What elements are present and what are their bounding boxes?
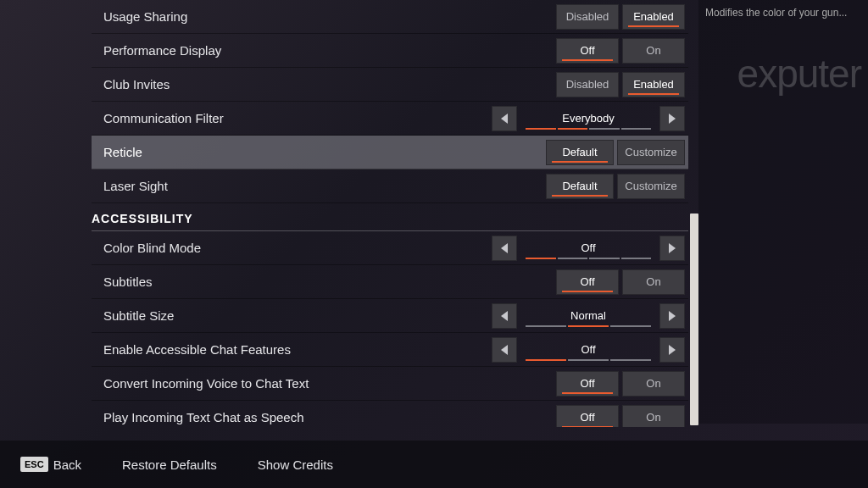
chevron-right-icon[interactable] bbox=[659, 303, 685, 329]
help-text: Modifies the color of your gun... bbox=[705, 7, 847, 19]
back-button[interactable]: ESC Back bbox=[20, 457, 81, 472]
option-enabled[interactable]: Enabled bbox=[622, 72, 685, 97]
option-group: OffOn bbox=[553, 38, 685, 64]
option-group: DisabledEnabled bbox=[553, 72, 685, 97]
setting-label: Communication Filter bbox=[103, 111, 488, 125]
option-off[interactable]: Off bbox=[556, 405, 619, 428]
setting-row-a-5[interactable]: Laser Sight DefaultCustomize bbox=[92, 169, 688, 203]
option-customize[interactable]: Customize bbox=[617, 174, 685, 199]
setting-row-b-0[interactable]: Color Blind Mode Off bbox=[92, 231, 688, 265]
option-customize[interactable]: Customize bbox=[617, 140, 685, 165]
chevron-left-icon[interactable] bbox=[492, 303, 517, 329]
setting-row-a-1[interactable]: Performance Display OffOn bbox=[92, 34, 688, 68]
svg-marker-5 bbox=[669, 311, 676, 321]
setting-row-a-4[interactable]: Reticle DefaultCustomize bbox=[92, 136, 688, 169]
svg-marker-4 bbox=[501, 311, 508, 321]
show-credits-button[interactable]: Show Credits bbox=[258, 458, 333, 472]
option-default[interactable]: Default bbox=[546, 174, 614, 199]
esc-key-icon: ESC bbox=[20, 457, 48, 472]
selector-group: Off bbox=[488, 337, 685, 363]
setting-row-a-3[interactable]: Communication Filter Everybody bbox=[92, 102, 688, 136]
setting-label: Club Invites bbox=[103, 77, 553, 92]
selector-value[interactable]: Normal bbox=[520, 303, 656, 329]
svg-marker-2 bbox=[501, 243, 508, 253]
option-group: DisabledEnabled bbox=[553, 4, 685, 30]
svg-marker-6 bbox=[501, 345, 508, 355]
option-group: OffOn bbox=[553, 269, 685, 295]
svg-marker-1 bbox=[669, 114, 676, 124]
option-off[interactable]: Off bbox=[556, 371, 619, 396]
chevron-right-icon[interactable] bbox=[659, 236, 685, 261]
setting-label: Subtitle Size bbox=[103, 308, 488, 323]
settings-panel: Usage Sharing DisabledEnabled Performanc… bbox=[92, 0, 688, 427]
option-on[interactable]: On bbox=[622, 269, 685, 295]
help-panel: Modifies the color of your gun... bbox=[698, 0, 868, 424]
setting-label: Color Blind Mode bbox=[103, 241, 488, 255]
back-label: Back bbox=[53, 458, 81, 472]
svg-marker-3 bbox=[669, 243, 676, 253]
option-group: OffOn bbox=[553, 371, 685, 396]
selector-value[interactable]: Off bbox=[520, 236, 656, 261]
chevron-left-icon[interactable] bbox=[492, 236, 517, 261]
restore-defaults-button[interactable]: Restore Defaults bbox=[122, 458, 217, 472]
setting-label: Performance Display bbox=[103, 43, 553, 58]
option-group: OffOn bbox=[553, 405, 685, 428]
selector-group: Normal bbox=[488, 303, 685, 329]
setting-label: Subtitles bbox=[103, 274, 553, 289]
section-header-accessibility: ACCESSIBILITY bbox=[92, 203, 688, 231]
setting-label: Usage Sharing bbox=[103, 9, 553, 24]
setting-row-a-2[interactable]: Club Invites DisabledEnabled bbox=[92, 68, 688, 102]
selector-group: Off bbox=[488, 236, 685, 261]
option-off[interactable]: Off bbox=[556, 38, 619, 64]
setting-label: Reticle bbox=[103, 145, 542, 159]
selector-value[interactable]: Off bbox=[520, 337, 656, 363]
option-disabled[interactable]: Disabled bbox=[556, 72, 619, 97]
setting-label: Enable Accessible Chat Features bbox=[103, 342, 488, 357]
option-on[interactable]: On bbox=[622, 405, 685, 428]
selector-group: Everybody bbox=[488, 106, 685, 131]
setting-row-b-5[interactable]: Play Incoming Text Chat as Speech OffOn bbox=[92, 401, 688, 427]
option-enabled[interactable]: Enabled bbox=[622, 4, 685, 30]
setting-row-b-4[interactable]: Convert Incoming Voice to Chat Text OffO… bbox=[92, 367, 688, 401]
bottom-bar: ESC Back Restore Defaults Show Credits bbox=[0, 441, 868, 488]
option-disabled[interactable]: Disabled bbox=[556, 4, 619, 30]
chevron-left-icon[interactable] bbox=[492, 106, 517, 131]
setting-row-b-2[interactable]: Subtitle Size Normal bbox=[92, 299, 688, 333]
chevron-right-icon[interactable] bbox=[659, 106, 685, 131]
scrollbar[interactable] bbox=[690, 214, 698, 425]
svg-marker-0 bbox=[501, 114, 508, 124]
setting-label: Play Incoming Text Chat as Speech bbox=[103, 410, 553, 424]
option-group: DefaultCustomize bbox=[542, 140, 685, 165]
setting-row-b-1[interactable]: Subtitles OffOn bbox=[92, 265, 688, 299]
setting-row-a-0[interactable]: Usage Sharing DisabledEnabled bbox=[92, 0, 688, 34]
setting-label: Laser Sight bbox=[103, 179, 542, 193]
option-off[interactable]: Off bbox=[556, 269, 619, 295]
chevron-right-icon[interactable] bbox=[659, 337, 685, 363]
option-on[interactable]: On bbox=[622, 38, 685, 64]
selector-value[interactable]: Everybody bbox=[520, 106, 656, 131]
setting-row-b-3[interactable]: Enable Accessible Chat Features Off bbox=[92, 333, 688, 367]
chevron-left-icon[interactable] bbox=[492, 337, 517, 363]
setting-label: Convert Incoming Voice to Chat Text bbox=[103, 376, 553, 391]
option-group: DefaultCustomize bbox=[542, 174, 685, 199]
option-on[interactable]: On bbox=[622, 371, 685, 396]
svg-marker-7 bbox=[669, 345, 676, 355]
option-default[interactable]: Default bbox=[546, 140, 614, 165]
